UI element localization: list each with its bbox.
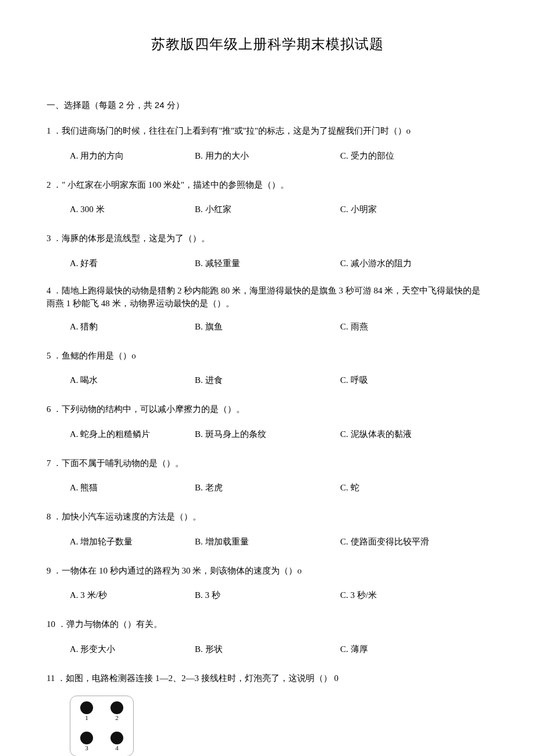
terminal-4-label: 4 (115, 745, 119, 751)
section-1-header: 一、选择题（每题 2 分，共 24 分） (47, 100, 488, 111)
q10-option-a[interactable]: A. 形变大小 (70, 642, 195, 656)
q8-option-c[interactable]: C. 使路面变得比较平滑 (340, 535, 488, 549)
dot-icon (80, 701, 93, 714)
q4-option-b[interactable]: B. 旗鱼 (195, 320, 340, 334)
q6-options: A. 蛇身上的粗糙鳞片 B. 斑马身上的条纹 C. 泥纵体表的黏液 (47, 427, 488, 441)
q6-option-c[interactable]: C. 泥纵体表的黏液 (340, 427, 488, 441)
q9-option-a[interactable]: A. 3 米/秒 (70, 588, 195, 602)
q7-option-a[interactable]: A. 熊猫 (70, 481, 195, 495)
q8-options: A. 增加轮子数量 B. 增加载重量 C. 使路面变得比较平滑 (47, 535, 488, 549)
q4-option-a[interactable]: A. 猎豹 (70, 320, 195, 334)
q3-option-a[interactable]: A. 好看 (70, 256, 195, 270)
page-title: 苏教版四年级上册科学期末模拟试题 (47, 35, 488, 53)
q7-stem: 7 ．下面不属于哺乳动物的是（）。 (47, 455, 488, 472)
figure-row-bottom: 3 4 (80, 732, 124, 751)
q9-stem: 9 ．一物体在 10 秒内通过的路程为 30 米，则该物体的速度为（）o (47, 562, 488, 579)
q5-option-c[interactable]: C. 呼吸 (340, 373, 488, 387)
q2-stem: 2 ．" 小红家在小明家东面 100 米处"，描述中的参照物是（）。 (47, 177, 488, 194)
q7-options: A. 熊猫 B. 老虎 C. 蛇 (47, 481, 488, 495)
terminal-2-label: 2 (115, 715, 119, 721)
q6-stem: 6 ．下列动物的结构中，可以减小摩擦力的是（）。 (47, 401, 488, 418)
q8-option-a[interactable]: A. 增加轮子数量 (70, 535, 195, 549)
q3-stem: 3 ．海豚的体形是流线型，这是为了（）。 (47, 230, 488, 247)
q1-stem: 1 ．我们进商场门的时候，往往在门上看到有"推''或''拉''的标志，这是为了提… (47, 123, 488, 139)
q10-option-c[interactable]: C. 薄厚 (340, 642, 488, 656)
q4-stem: 4 ．陆地上跑得最快的动物是猎豹 2 秒内能跑 80 米，海里游得最快的是旗鱼 … (47, 284, 488, 310)
q4-option-c[interactable]: C. 雨燕 (340, 320, 488, 334)
dot-icon (110, 732, 123, 744)
q6-option-b[interactable]: B. 斑马身上的条纹 (195, 427, 340, 441)
q1-option-a[interactable]: A. 用力的方向 (70, 149, 195, 163)
terminal-1-label: 1 (85, 715, 88, 721)
q3-option-b[interactable]: B. 减轻重量 (195, 256, 340, 270)
q5-options: A. 喝水 B. 进食 C. 呼吸 (47, 373, 488, 387)
q7-option-b[interactable]: B. 老虎 (195, 481, 340, 495)
q9-options: A. 3 米/秒 B. 3 秒 C. 3 秒/米 (47, 588, 488, 602)
q1-option-c[interactable]: C. 受力的部位 (340, 149, 488, 163)
q9-option-b[interactable]: B. 3 秒 (195, 588, 340, 602)
q1-options: A. 用力的方向 B. 用力的大小 C. 受力的部位 (47, 149, 488, 163)
terminal-3-label: 3 (85, 745, 88, 751)
terminal-2: 2 (110, 701, 124, 721)
terminal-1: 1 (80, 701, 94, 721)
q8-option-b[interactable]: B. 增加载重量 (195, 535, 340, 549)
figure-row-top: 1 2 (80, 701, 124, 721)
q3-options: A. 好看 B. 减轻重量 C. 减小游水的阻力 (47, 256, 488, 270)
q11-figure: 1 2 3 4 (70, 696, 134, 756)
q10-option-b[interactable]: B. 形状 (195, 642, 340, 656)
q5-option-b[interactable]: B. 进食 (195, 373, 340, 387)
q5-stem: 5 ．鱼鳃的作用是（）o (47, 347, 488, 364)
q4-options: A. 猎豹 B. 旗鱼 C. 雨燕 (47, 320, 488, 334)
q8-stem: 8 ．加快小汽车运动速度的方法是（）。 (47, 508, 488, 525)
q11-stem: 11 ．如图，电路检测器连接 1—2、2—3 接线柱时，灯泡亮了，这说明（） 0 (47, 670, 488, 687)
dot-icon (80, 732, 93, 744)
q7-option-c[interactable]: C. 蛇 (340, 481, 488, 495)
q2-option-a[interactable]: A. 300 米 (70, 202, 195, 216)
q6-option-a[interactable]: A. 蛇身上的粗糙鳞片 (70, 427, 195, 441)
q10-options: A. 形变大小 B. 形状 C. 薄厚 (47, 642, 488, 656)
q10-stem: 10 ．弹力与物体的（）有关。 (47, 616, 488, 633)
terminal-3: 3 (80, 732, 94, 751)
q2-option-c[interactable]: C. 小明家 (340, 202, 488, 216)
dot-icon (110, 701, 123, 714)
q2-option-b[interactable]: B. 小红家 (195, 202, 340, 216)
q3-option-c[interactable]: C. 减小游水的阻力 (340, 256, 488, 270)
q2-options: A. 300 米 B. 小红家 C. 小明家 (47, 202, 488, 216)
q5-option-a[interactable]: A. 喝水 (70, 373, 195, 387)
terminal-4: 4 (110, 732, 124, 751)
q1-option-b[interactable]: B. 用力的大小 (195, 149, 340, 163)
q9-option-c[interactable]: C. 3 秒/米 (340, 588, 488, 602)
